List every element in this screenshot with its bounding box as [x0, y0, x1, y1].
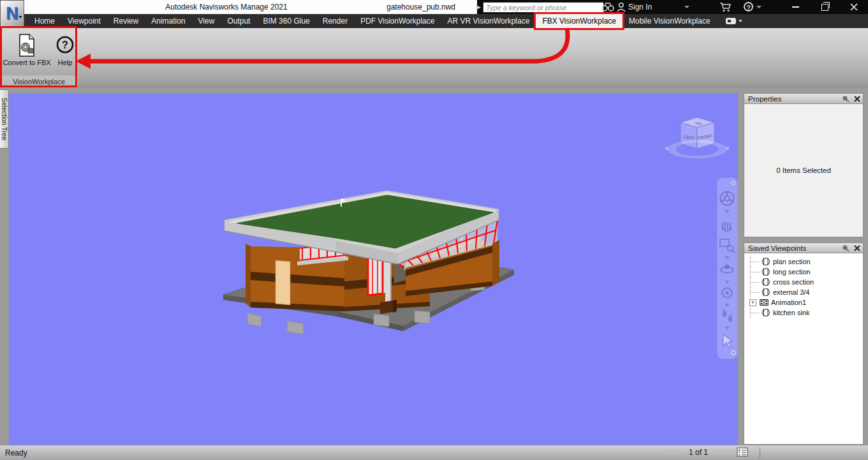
cart-icon[interactable]	[719, 3, 732, 12]
statusbar-separator	[760, 447, 760, 458]
tab-view[interactable]: View	[192, 14, 221, 28]
tab-output[interactable]: Output	[221, 14, 256, 28]
navisworks-logo: N	[6, 4, 18, 23]
fbx-file-icon	[17, 34, 36, 57]
first-page-button[interactable]	[665, 449, 673, 456]
navigation-bar[interactable]	[717, 177, 738, 359]
viewpoints-tree: plan section long section	[744, 253, 864, 445]
application-menu-button[interactable]: N	[0, 0, 24, 27]
tree-branch	[750, 287, 761, 297]
main-area: Selection Tree	[0, 87, 868, 445]
help-label: Help	[54, 59, 77, 66]
help-button[interactable]: ? Help	[54, 32, 77, 66]
saved-viewpoints-title: Saved Viewpoints	[748, 244, 806, 252]
ribbon-tab-bar: Home Viewpoint Review Animation View Out…	[0, 14, 868, 28]
panel-label: VisionWorkplace	[0, 75, 78, 88]
tree-branch	[750, 256, 761, 267]
svg-text:?: ?	[62, 40, 68, 50]
properties-content: 0 Items Selected	[744, 104, 864, 237]
animation-icon	[760, 299, 769, 306]
document-name: gatehouse_pub.nwd	[367, 0, 475, 14]
next-page-button[interactable]	[716, 449, 722, 456]
toolbar-expand-icon[interactable]: ▶	[476, 3, 481, 11]
properties-title: Properties	[748, 95, 781, 103]
chevron-down-icon	[18, 16, 22, 19]
prev-page-button[interactable]	[675, 449, 681, 456]
viewpoint-icon	[761, 278, 770, 286]
close-icon[interactable]	[854, 96, 860, 102]
viewpoint-icon	[761, 258, 770, 265]
help-dropdown-icon[interactable]	[756, 6, 761, 8]
tab-review[interactable]: Review	[107, 14, 145, 28]
navbar-close-icon[interactable]	[731, 181, 737, 186]
sheet-browser-icon[interactable]	[737, 447, 748, 457]
tab-bim-360-glue[interactable]: BIM 360 Glue	[256, 14, 316, 28]
tab-pdf-visionworkplace[interactable]: PDF VisionWorkplace	[354, 14, 441, 28]
tab-viewpoint[interactable]: Viewpoint	[61, 14, 107, 28]
gatehouse-model[interactable]	[223, 191, 514, 334]
tab-render[interactable]: Render	[316, 14, 354, 28]
tab-ar-vr-visionworkplace[interactable]: AR VR VisionWorkplace	[441, 14, 536, 28]
ribbon-body: Convert to FBX ? Help VisionWorkplace	[0, 28, 868, 89]
viewport-canvas[interactable]: TOP LEFT FRONT	[9, 93, 738, 445]
navbar-more-icon[interactable]	[730, 350, 737, 356]
status-text: Ready	[5, 449, 27, 457]
expand-icon[interactable]	[749, 299, 756, 306]
title-bar: Autodesk Navisworks Manage 2021 gatehous…	[0, 0, 868, 14]
tab-mobile-visionworkplace[interactable]: Mobile VisionWorkplace	[622, 14, 717, 28]
search-input[interactable]	[483, 2, 604, 13]
tab-fbx-visionworkplace[interactable]: FBX VisionWorkplace	[536, 14, 622, 28]
convert-to-fbx-label: Convert to FBX	[1, 59, 52, 66]
status-bar: Ready 1 of 1	[0, 445, 868, 460]
viewcube[interactable]: TOP LEFT FRONT	[665, 117, 729, 159]
close-button[interactable]	[841, 0, 867, 14]
binoculars-icon[interactable]	[601, 2, 614, 11]
list-item[interactable]: plan section	[744, 256, 863, 267]
viewpoint-icon	[761, 288, 770, 296]
sign-in-dropdown-icon[interactable]	[684, 6, 689, 8]
saved-viewpoints-panel: Saved Viewpoints plan section	[744, 242, 864, 445]
pin-icon[interactable]	[842, 95, 850, 103]
saved-viewpoints-title-bar[interactable]: Saved Viewpoints	[744, 242, 864, 253]
list-item[interactable]: long section	[744, 267, 863, 277]
list-item[interactable]: external 3/4	[744, 287, 863, 297]
convert-to-fbx-button[interactable]: Convert to FBX	[1, 32, 52, 66]
ribbon-state-icon	[726, 18, 736, 24]
last-page-button[interactable]	[724, 449, 732, 456]
infocenter-help-icon[interactable]: ?	[744, 2, 753, 11]
tree-branch	[750, 277, 761, 287]
selection-tree-tab[interactable]: Selection Tree	[0, 89, 9, 149]
user-icon	[616, 2, 626, 12]
list-item[interactable]: Animation1	[744, 297, 863, 308]
tab-animation[interactable]: Animation	[145, 14, 191, 28]
sheet-pager: 1 of 1	[665, 447, 748, 457]
close-icon[interactable]	[854, 245, 860, 251]
properties-panel: Properties 0 Items Selected	[744, 93, 864, 237]
viewpoint-icon	[761, 309, 770, 316]
tree-branch	[750, 308, 761, 318]
list-item[interactable]: cross section	[744, 277, 863, 287]
tree-branch	[750, 267, 761, 277]
pin-icon[interactable]	[842, 244, 850, 252]
tab-home[interactable]: Home	[28, 14, 61, 28]
visionworkplace-panel: Convert to FBX ? Help VisionWorkplace	[0, 28, 78, 87]
list-item[interactable]: kitchen sink	[744, 308, 863, 318]
page-indicator: 1 of 1	[689, 448, 708, 457]
navisworks-window: Autodesk Navisworks Manage 2021 gatehous…	[0, 0, 868, 460]
chevron-down-icon	[739, 20, 742, 22]
ribbon-display-toggle[interactable]	[726, 14, 742, 28]
sign-in-button[interactable]: Sign In	[628, 0, 652, 14]
properties-title-bar[interactable]: Properties	[744, 93, 864, 104]
maximize-button[interactable]	[811, 0, 838, 14]
selection-status-text: 0 Items Selected	[776, 167, 831, 174]
help-circle-icon: ?	[55, 35, 75, 56]
viewpoint-icon	[761, 268, 770, 276]
minimize-button[interactable]	[782, 0, 809, 14]
